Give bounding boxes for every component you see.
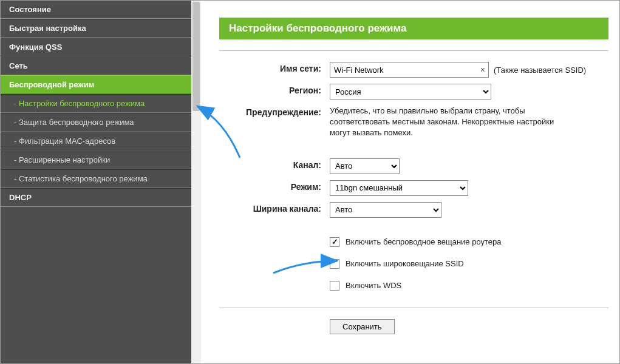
warning-label: Предупреждение: — [219, 106, 330, 117]
ssid-broadcast-checkbox[interactable] — [330, 259, 339, 269]
broadcast-checkbox-label: Включить беспроводное вещание роутера — [346, 237, 502, 246]
page-title: Настройки беспроводного режима — [219, 18, 608, 39]
mode-select[interactable]: 11bgn смешанный — [330, 180, 468, 196]
ssid-hint: (Также называется SSID) — [494, 66, 586, 75]
broadcast-checkbox[interactable] — [330, 237, 339, 247]
mode-label: Режим: — [219, 180, 330, 192]
wds-checkbox[interactable] — [330, 281, 339, 291]
wds-checkbox-label: Включить WDS — [346, 281, 401, 290]
scroll-thumb[interactable] — [192, 2, 200, 111]
region-label: Регион: — [219, 84, 330, 95]
app-window: Состояние Быстрая настройка Функция QSS … — [0, 0, 620, 364]
channel-select[interactable]: Авто — [330, 158, 400, 174]
save-button[interactable]: Сохранить — [330, 319, 395, 334]
ssid-label: Имя сети: — [219, 62, 330, 73]
sidebar: Состояние Быстрая настройка Функция QSS … — [1, 1, 201, 363]
content-area: Настройки беспроводного режима Имя сети:… — [201, 1, 619, 363]
warning-text: Убедитесь, что вы правильно выбрали стра… — [330, 106, 560, 139]
nav-item-status[interactable]: Состояние — [1, 1, 191, 19]
channel-width-select[interactable]: Авто — [330, 202, 441, 218]
nav-item-wireless[interactable]: Беспроводной режим — [1, 75, 191, 94]
sub-item-mac-filter[interactable]: - Фильтрация МАС-адресов — [1, 132, 191, 150]
divider — [219, 308, 608, 308]
sub-item-wireless-security[interactable]: - Защита беспроводного режима — [1, 113, 191, 132]
nav-item-qss[interactable]: Функция QSS — [1, 38, 191, 56]
width-label: Ширина канала: — [219, 202, 330, 214]
nav-item-quick-setup[interactable]: Быстрая настройка — [1, 19, 191, 38]
region-select[interactable]: Россия — [330, 84, 491, 99]
nav-item-network[interactable]: Сеть — [1, 56, 191, 75]
ssid-input[interactable] — [330, 62, 489, 78]
sidebar-scrollbar[interactable]: ▴ — [191, 1, 201, 363]
ssid-broadcast-checkbox-label: Включить широковещание SSID — [346, 259, 464, 268]
nav-item-dhcp[interactable]: DHCP — [1, 188, 191, 207]
sub-item-wireless-settings[interactable]: - Настройки беспроводного режима — [1, 94, 191, 113]
divider — [219, 50, 608, 51]
sub-item-wireless-stats[interactable]: - Статистика беспроводного режима — [1, 169, 191, 188]
channel-label: Канал: — [219, 158, 330, 170]
sub-item-advanced[interactable]: - Расширенные настройки — [1, 150, 191, 169]
clear-input-icon[interactable]: × — [480, 64, 485, 75]
